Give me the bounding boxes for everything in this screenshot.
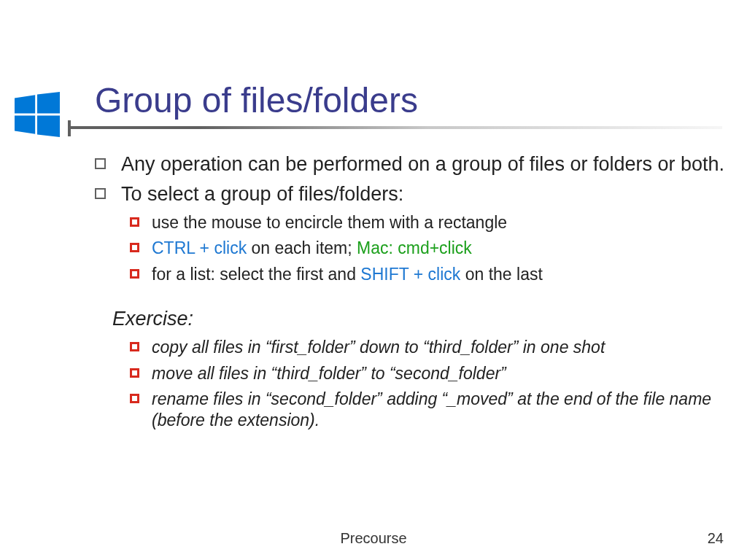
shift-click-text: SHIFT + click	[360, 265, 460, 284]
exercise-text: rename files in “second_folder” adding “…	[152, 389, 711, 429]
svg-marker-3	[37, 115, 60, 137]
svg-marker-2	[15, 115, 35, 133]
red-square-bullet-icon	[130, 368, 139, 378]
bullet-item: To select a group of files/folders:	[95, 182, 725, 206]
exercise-text: move all files in “third_folder” to “sec…	[152, 364, 506, 383]
slide-body: Any operation can be performed on a grou…	[95, 152, 725, 432]
sub-bullet-text: for a list: select the first and	[152, 265, 360, 284]
red-square-bullet-icon	[130, 394, 139, 403]
sub-bullet-text: on the last	[460, 265, 543, 284]
red-square-bullet-icon	[130, 269, 139, 279]
title-divider	[68, 126, 722, 136]
exercise-item: copy all files in “first_folder” down to…	[130, 337, 725, 358]
exercise-text: copy all files in “first_folder” down to…	[152, 338, 605, 357]
sub-bullet-text: use the mouse to encircle them with a re…	[152, 213, 507, 232]
mac-cmd-click-text: Mac: cmd+click	[357, 238, 472, 257]
bullet-item: Any operation can be performed on a grou…	[95, 152, 725, 176]
bullet-text: To select a group of files/folders:	[121, 183, 403, 205]
sub-bullet-item: use the mouse to encircle them with a re…	[130, 212, 725, 233]
exercise-heading: Exercise:	[112, 307, 725, 331]
footer-label: Precourse	[0, 530, 747, 547]
square-bullet-icon	[95, 188, 106, 199]
bullet-text: Any operation can be performed on a grou…	[121, 153, 724, 175]
svg-marker-1	[37, 92, 60, 114]
svg-marker-0	[15, 95, 35, 113]
page-number: 24	[708, 530, 724, 547]
sub-bullet-item: for a list: select the first and SHIFT +…	[130, 264, 725, 285]
sub-bullet-text: on each item;	[247, 238, 357, 257]
ctrl-click-text: CTRL + click	[152, 238, 247, 257]
red-square-bullet-icon	[130, 243, 139, 252]
sub-bullet-item: CTRL + click on each item; Mac: cmd+clic…	[130, 238, 725, 259]
red-square-bullet-icon	[130, 342, 139, 351]
exercise-item: rename files in “second_folder” adding “…	[130, 389, 725, 432]
windows-logo-icon	[15, 92, 60, 137]
red-square-bullet-icon	[130, 217, 139, 227]
slide-title: Group of files/folders	[95, 80, 747, 120]
exercise-item: move all files in “third_folder” to “sec…	[130, 363, 725, 384]
square-bullet-icon	[95, 158, 106, 169]
